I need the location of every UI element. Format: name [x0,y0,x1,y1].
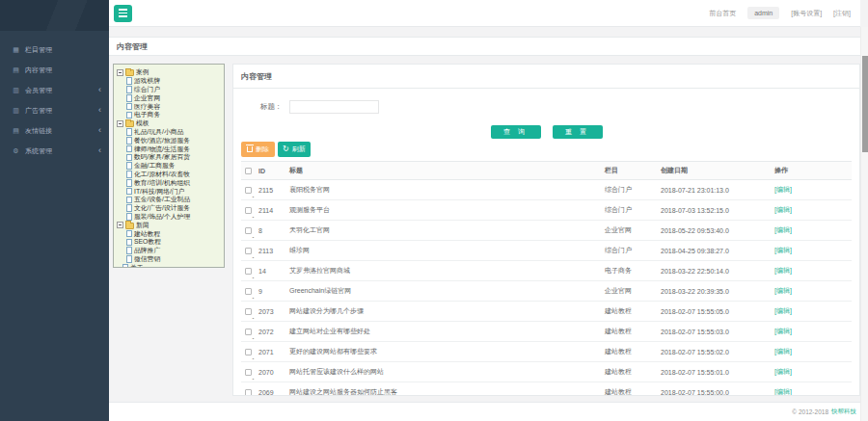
page-scrollbar[interactable] [860,27,868,421]
panel-body: 标题： 查 询 重 置 删除 ↻ 刷新 [233,89,859,396]
cell-id: 2115 [255,180,285,200]
table-row: 14 艾罗弗洛拉官网商城 电子商务 2018-03-22 22:50:14.0 … [241,261,852,281]
file-icon [126,77,132,85]
select-all-checkbox[interactable] [245,168,252,174]
cell-title: 更好的建设网站都有哪些要求 [285,342,601,362]
table-row: 2071 更好的建设网站都有哪些要求 建站教程 2018-02-07 15:55… [241,342,852,362]
cell-title: 艾罗弗洛拉官网商城 [285,261,601,281]
row-checkbox[interactable] [245,248,252,254]
file-icon [122,264,128,268]
edit-link[interactable]: [编辑] [774,206,792,213]
front-site-link[interactable]: 前台首页 [709,9,736,18]
cell-created: 2018-02-07 15:55:03.0 [657,322,771,342]
edit-link[interactable]: [编辑] [774,328,792,334]
folder-icon [125,69,134,76]
cell-created: 2018-02-07 15:55:05.0 [657,302,771,322]
content-table: ID 标题 栏目 创建日期 操作 2115 襄阳税务官网 综合门户 2018-0… [241,161,852,396]
cell-title: 观测服务平台 [285,200,601,221]
edit-link[interactable]: [编辑] [774,388,792,395]
row-checkbox[interactable] [245,288,252,295]
cell-id: 2114 [255,200,285,221]
row-checkbox[interactable] [245,389,252,396]
cell-created: 2018-02-07 15:55:01.0 [657,362,771,382]
cell-id: 2073 [255,302,285,322]
tree-collapse-icon[interactable] [117,120,123,127]
edit-link[interactable]: [编辑] [774,267,792,274]
search-button[interactable]: 查 询 [491,125,541,139]
edit-link[interactable]: [编辑] [774,247,792,253]
sidebar-item[interactable]: ⚙ 系统管理 ‹ [0,141,109,161]
sidebar-item[interactable]: ▦ 栏目管理 [0,39,109,60]
edit-link[interactable]: [编辑] [774,368,792,375]
cell-created: 2018-03-22 20:39:35.0 [657,281,771,302]
sidebar-item[interactable]: ▥ 会员管理 ‹ [0,80,109,100]
cell-category: 综合门户 [601,241,657,261]
page-heading: 内容管理 [109,37,860,56]
table-row: 2070 网站托管应该建设什么样的网站 建站教程 2018-02-07 15:5… [241,362,852,382]
sidebar-item[interactable]: ▤ 友情链接 ‹ [0,120,109,141]
cell-category: 综合门户 [601,180,657,200]
cell-category: 企业官网 [601,281,657,302]
cell-id: 14 [255,261,285,281]
account-settings-link[interactable]: [账号设置] [791,9,822,18]
row-checkbox[interactable] [245,207,252,214]
folder-icon [125,120,134,127]
row-checkbox[interactable] [245,227,252,234]
file-icon [126,197,132,204]
tree-collapse-icon[interactable] [117,222,123,228]
cell-created: 2018-07-03 13:52:15.0 [657,200,771,221]
file-icon [126,86,132,93]
sidebar-item[interactable]: ▤ 内容管理 [0,60,109,80]
refresh-button[interactable]: ↻ 刷新 [278,142,311,157]
tree-node[interactable]: 关于 [122,263,221,268]
username-badge[interactable]: admin [747,7,779,19]
logout-link[interactable]: [注销] [833,9,851,18]
company-link[interactable]: 快帮科技 [831,408,856,416]
edit-link[interactable]: [编辑] [774,348,792,355]
file-icon [126,94,132,102]
cell-title: 维珍网 [285,241,601,261]
tree-node[interactable]: 案例 [117,68,221,77]
table-row: 2114 观测服务平台 综合门户 2018-07-03 13:52:15.0 [… [241,200,852,221]
table-row: 2069 网站建设之网站服务器如何防止黑客 建站教程 2018-02-07 15… [241,382,852,397]
links-icon: ▤ [12,127,20,135]
cell-category: 建站教程 [601,322,657,342]
sidebar-menu: ▦ 栏目管理 ▤ 内容管理 ▥ 会员管理 ‹ ▥ 广告管理 ‹ ▤ 友情链接 ‹… [0,31,109,161]
cell-created: 2018-02-07 15:55:02.0 [657,342,771,362]
file-icon [126,162,132,170]
menu-toggle-button[interactable] [114,5,132,22]
col-created: 创建日期 [657,162,771,180]
tree-collapse-icon[interactable] [117,69,123,76]
chevron-left-icon: ‹ [98,147,101,154]
row-checkbox[interactable] [245,349,252,355]
delete-button[interactable]: 删除 [241,142,275,157]
scrollbar-thumb[interactable] [862,56,868,152]
edit-link[interactable]: [编辑] [774,226,792,233]
cell-category: 建站教程 [601,342,657,362]
ads-chart-icon: ▥ [12,107,20,115]
sidebar-item[interactable]: ▥ 广告管理 ‹ [0,100,109,120]
table-row: 2113 维珍网 综合门户 2018-04-25 09:38:27.0 [编辑] [241,241,852,261]
row-checkbox[interactable] [245,329,252,335]
file-icon [126,128,132,136]
file-icon [126,154,132,162]
title-input[interactable] [289,100,379,114]
gear-icon: ⚙ [12,147,20,155]
row-checkbox[interactable] [245,369,252,376]
sidebar-logo [0,0,109,31]
sidebar: ▦ 栏目管理 ▤ 内容管理 ▥ 会员管理 ‹ ▥ 广告管理 ‹ ▤ 友情链接 ‹… [0,0,109,421]
row-checkbox[interactable] [245,268,252,275]
columns-icon: ▦ [12,46,20,54]
edit-link[interactable]: [编辑] [774,287,792,294]
edit-link[interactable]: [编辑] [774,186,792,193]
cell-id: 2113 [255,241,285,261]
cell-id: 2072 [255,322,285,342]
edit-link[interactable]: [编辑] [774,307,792,314]
action-buttons-row: 删除 ↻ 刷新 [241,142,852,157]
row-checkbox[interactable] [245,187,252,194]
row-checkbox[interactable] [245,308,252,315]
col-category: 栏目 [601,162,657,180]
col-id: ID [255,162,285,180]
tree-node[interactable]: 新闻 [117,221,221,229]
reset-button[interactable]: 重 置 [553,125,603,139]
